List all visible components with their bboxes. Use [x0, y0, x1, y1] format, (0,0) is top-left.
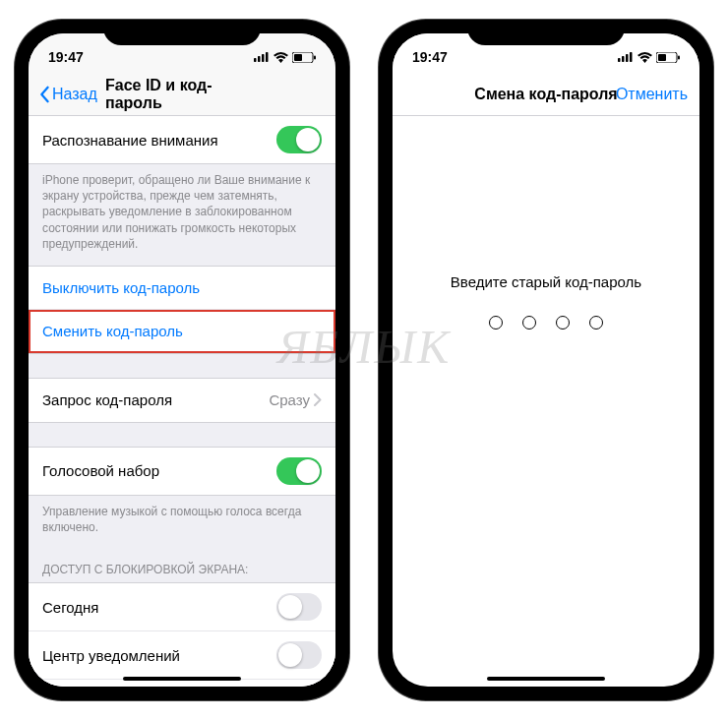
status-icons — [254, 52, 316, 63]
voice-dial-row[interactable]: Голосовой набор — [29, 448, 335, 495]
status-time: 19:47 — [412, 49, 448, 65]
chevron-left-icon — [38, 86, 50, 103]
attention-footer: iPhone проверит, обращено ли Ваше вниман… — [29, 164, 335, 266]
phone-left: 19:47 Назад Face ID и код-пароль Распозн… — [15, 20, 349, 700]
svg-rect-8 — [622, 56, 625, 62]
notch — [103, 20, 261, 45]
disable-passcode-label: Выключить код-пароль — [42, 279, 200, 296]
svg-rect-0 — [254, 58, 257, 62]
svg-rect-10 — [630, 52, 633, 62]
nav-bar: Назад Face ID и код-пароль — [29, 73, 335, 116]
wifi-icon — [637, 52, 652, 63]
passcode-dot — [522, 316, 536, 330]
phone-right: 19:47 Смена код-пароля Отменить Введите … — [379, 20, 713, 700]
svg-rect-1 — [258, 56, 261, 62]
passcode-dots — [489, 316, 603, 330]
lockscreen-row[interactable]: Сегодня — [29, 583, 335, 631]
passcode-dot — [556, 316, 570, 330]
svg-rect-5 — [294, 54, 302, 61]
attention-switch[interactable] — [276, 126, 322, 153]
change-passcode-label: Сменить код-пароль — [42, 323, 183, 339]
svg-rect-7 — [618, 58, 621, 62]
lockscreen-row[interactable]: Пункт управления — [29, 680, 335, 687]
battery-icon — [292, 52, 316, 63]
lockscreen-header: ДОСТУП С БЛОКИРОВКОЙ ЭКРАНА: — [29, 549, 335, 582]
home-indicator — [123, 677, 241, 681]
settings-content[interactable]: Распознавание внимания iPhone проверит, … — [29, 116, 335, 687]
passcode-entry: Введите старый код-пароль — [393, 116, 699, 687]
page-title: Face ID и код-пароль — [105, 77, 259, 112]
signal-icon — [618, 52, 634, 62]
lockscreen-row[interactable]: Центр уведомлений — [29, 631, 335, 680]
page-title: Смена код-пароля — [474, 86, 617, 103]
home-indicator — [487, 677, 605, 681]
voice-dial-footer: Управление музыкой с помощью голоса всег… — [29, 496, 335, 549]
signal-icon — [254, 52, 270, 62]
svg-rect-3 — [266, 52, 269, 62]
svg-rect-12 — [658, 54, 666, 61]
voice-dial-switch[interactable] — [276, 457, 322, 485]
nav-bar: Смена код-пароля Отменить — [393, 73, 699, 116]
require-passcode-value: Сразу — [269, 391, 310, 408]
status-icons — [618, 52, 680, 63]
back-button[interactable]: Назад — [38, 86, 97, 103]
status-time: 19:47 — [48, 49, 84, 65]
passcode-dot — [489, 316, 503, 330]
svg-rect-6 — [314, 55, 316, 59]
lockscreen-row-label: Сегодня — [42, 599, 99, 616]
lockscreen-row-label: Центр уведомлений — [42, 647, 180, 664]
cancel-button[interactable]: Отменить — [616, 86, 688, 103]
lockscreen-switch[interactable] — [276, 593, 322, 621]
notch — [467, 20, 625, 45]
battery-icon — [656, 52, 680, 63]
svg-rect-9 — [626, 54, 629, 62]
svg-rect-2 — [262, 54, 265, 62]
passcode-dot — [589, 316, 603, 330]
change-passcode-row[interactable]: Сменить код-пароль — [29, 310, 335, 353]
back-label: Назад — [52, 86, 97, 103]
attention-row[interactable]: Распознавание внимания — [29, 116, 335, 163]
passcode-prompt: Введите старый код-пароль — [451, 273, 641, 290]
wifi-icon — [273, 52, 288, 63]
svg-rect-13 — [678, 55, 680, 59]
require-passcode-row[interactable]: Запрос код-пароля Сразу — [29, 379, 335, 422]
attention-label: Распознавание внимания — [42, 132, 218, 149]
disable-passcode-row[interactable]: Выключить код-пароль — [29, 267, 335, 310]
lockscreen-switch[interactable] — [276, 641, 322, 669]
voice-dial-label: Голосовой набор — [42, 462, 159, 479]
chevron-right-icon — [314, 393, 322, 406]
require-passcode-label: Запрос код-пароля — [42, 391, 172, 408]
